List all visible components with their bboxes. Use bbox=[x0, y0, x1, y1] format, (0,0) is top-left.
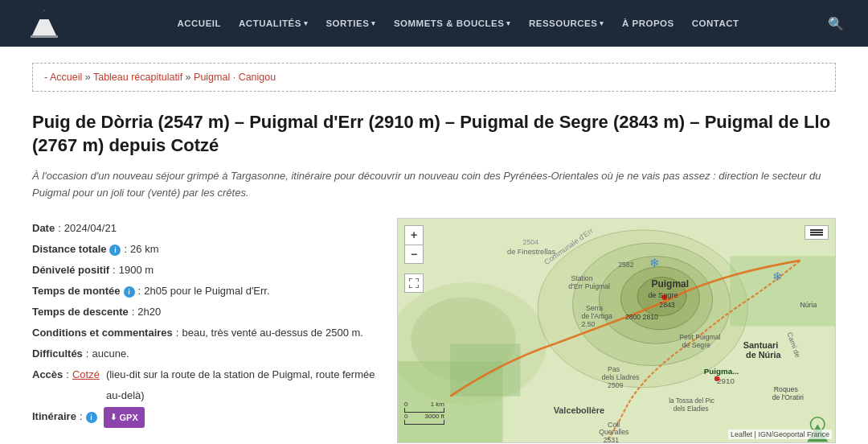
svg-text:Núria: Núria bbox=[800, 300, 817, 308]
article-intro: À l'occasion d'un nouveau séjour grimpé … bbox=[32, 168, 836, 202]
svg-text:Valcebollère: Valcebollère bbox=[554, 405, 604, 415]
main-content: - Accueil » Tableau récapitulatif » Puig… bbox=[8, 47, 860, 444]
gpx-button[interactable]: ⬇ GPX bbox=[104, 407, 145, 428]
svg-text:2504: 2504 bbox=[523, 238, 538, 246]
svg-rect-18 bbox=[730, 256, 835, 326]
scale-ft: 3000 ft bbox=[425, 413, 444, 420]
search-icon[interactable]: 🔍 bbox=[828, 16, 844, 31]
scale-zero-ft: 0 bbox=[404, 413, 407, 420]
acces-value: (lieu-dit sur la route de la station de … bbox=[106, 364, 378, 406]
detail-descente: Temps de descente : 2h20 bbox=[32, 302, 378, 323]
denivele-value: 1900 m bbox=[119, 260, 154, 281]
scale-line-ft bbox=[404, 420, 444, 425]
svg-text:2.50: 2.50 bbox=[581, 319, 595, 327]
svg-text:2582: 2582 bbox=[618, 260, 633, 268]
montee-info-icon[interactable]: i bbox=[124, 286, 135, 298]
distance-value: 26 km bbox=[130, 239, 158, 260]
breadcrumb-accueil[interactable]: Accueil bbox=[50, 72, 82, 83]
details-panel: Date : 2024/04/21 Distance totale i : 26… bbox=[32, 218, 378, 443]
map-attribution: Leaflet | IGN/Geoportal France bbox=[728, 430, 832, 439]
conditions-value: beau, très venté au-dessus de 2500 m. bbox=[182, 323, 362, 343]
montee-label: Temps de montée bbox=[32, 281, 121, 302]
scale-km: 1 km bbox=[431, 401, 444, 408]
nav-item-sorties[interactable]: SORTIES bbox=[319, 15, 382, 31]
gpx-icon: ⬇ bbox=[110, 409, 117, 426]
navbar: ACCUEIL ACTUALITÉS SORTIES SOMMETS & BOU… bbox=[0, 0, 868, 47]
topo-map-svg: Valcebollère Puigmal de Segre 2843 2800 … bbox=[398, 219, 835, 442]
detail-denivele: Dénivelé positif : 1900 m bbox=[32, 260, 378, 281]
nav-menu: ACCUEIL ACTUALITÉS SORTIES SOMMETS & BOU… bbox=[96, 15, 820, 31]
svg-text:Puigmal: Puigmal bbox=[652, 278, 690, 289]
svg-text:Serra: Serra bbox=[586, 304, 603, 312]
itineraire-label: Itinéraire bbox=[32, 406, 76, 427]
svg-text:Station: Station bbox=[571, 274, 592, 282]
breadcrumb-tableau[interactable]: Tableau récapitulatif bbox=[93, 72, 182, 83]
svg-text:dels Eladies: dels Eladies bbox=[674, 405, 709, 413]
distance-info-icon[interactable]: i bbox=[109, 245, 121, 256]
montee-value: 2h05 pour le Puigmal d'Err. bbox=[144, 281, 269, 302]
nav-item-apropos[interactable]: À PROPOS bbox=[616, 15, 681, 31]
difficultes-value: aucune. bbox=[92, 343, 129, 364]
difficultes-label: Difficultés bbox=[32, 343, 83, 364]
map-zoom-controls: + − bbox=[404, 225, 424, 264]
svg-text:Pas: Pas bbox=[608, 365, 620, 373]
svg-marker-1 bbox=[39, 10, 50, 19]
svg-text:❄: ❄ bbox=[649, 255, 660, 269]
svg-text:la Tossa del Pic: la Tossa del Pic bbox=[669, 397, 714, 405]
svg-text:Santuari: Santuari bbox=[743, 340, 779, 350]
nav-item-accueil[interactable]: ACCUEIL bbox=[170, 15, 227, 31]
svg-point-40 bbox=[714, 376, 720, 381]
distance-label: Distance totale bbox=[32, 239, 106, 260]
svg-text:Coll: Coll bbox=[608, 420, 620, 428]
svg-text:2509: 2509 bbox=[608, 381, 623, 389]
svg-text:2531: 2531 bbox=[604, 436, 619, 442]
detail-acces: Accès : Cotzé (lieu-dit sur la route de … bbox=[32, 364, 378, 406]
svg-text:d'Err Puigmal: d'Err Puigmal bbox=[568, 282, 610, 290]
svg-text:de Núria: de Núria bbox=[746, 350, 781, 360]
zoom-out-button[interactable]: − bbox=[404, 245, 424, 264]
svg-text:Petit Puigmal: Petit Puigmal bbox=[679, 333, 720, 341]
svg-text:2800 2810: 2800 2810 bbox=[625, 313, 658, 321]
acces-link[interactable]: Cotzé bbox=[72, 364, 100, 385]
fullscreen-icon bbox=[409, 278, 419, 288]
detail-conditions: Conditions et commentaires : beau, très … bbox=[32, 323, 378, 343]
breadcrumb: - Accueil » Tableau récapitulatif » Puig… bbox=[32, 63, 836, 92]
fullscreen-button[interactable] bbox=[404, 273, 424, 293]
conditions-label: Conditions et commentaires bbox=[32, 323, 173, 343]
breadcrumb-prefix: - bbox=[44, 72, 50, 83]
svg-text:de Segre: de Segre bbox=[682, 340, 710, 348]
detail-date: Date : 2024/04/21 bbox=[32, 218, 378, 239]
zoom-in-button[interactable]: + bbox=[404, 225, 424, 245]
nav-item-actualites[interactable]: ACTUALITÉS bbox=[232, 15, 314, 31]
svg-text:2910: 2910 bbox=[717, 376, 735, 385]
nav-item-ressources[interactable]: RESSOURCES bbox=[522, 15, 611, 31]
date-label: Date bbox=[32, 218, 55, 239]
gpx-label: GPX bbox=[120, 409, 138, 426]
breadcrumb-puigmal[interactable]: Puigmal · Canigou bbox=[194, 72, 276, 83]
svg-text:Queralles: Queralles bbox=[599, 428, 629, 436]
svg-text:Puigma...: Puigma... bbox=[704, 367, 739, 376]
map-scale: 0 1 km 0 3000 ft bbox=[404, 401, 444, 425]
itineraire-info-icon[interactable]: i bbox=[86, 412, 97, 423]
nav-item-sommets[interactable]: SOMMETS & BOUCLES bbox=[387, 15, 518, 31]
descente-label: Temps de descente bbox=[32, 302, 129, 323]
svg-text:Roques: Roques bbox=[774, 385, 799, 393]
svg-text:❄: ❄ bbox=[772, 269, 783, 283]
svg-text:de l'Artiga: de l'Artiga bbox=[581, 312, 612, 320]
scale-zero: 0 bbox=[404, 401, 407, 408]
svg-rect-2 bbox=[31, 35, 58, 38]
map-container: Valcebollère Puigmal de Segre 2843 2800 … bbox=[397, 218, 836, 443]
svg-text:de l'Oratiri: de l'Oratiri bbox=[772, 393, 804, 401]
svg-text:2843: 2843 bbox=[659, 300, 674, 308]
svg-text:dels Lladres: dels Lladres bbox=[602, 373, 641, 381]
svg-point-39 bbox=[662, 294, 668, 300]
date-value: 2024/04/21 bbox=[64, 218, 117, 239]
nav-item-contact[interactable]: CONTACT bbox=[686, 15, 746, 31]
article-title: Puig de Dòrria (2547 m) – Puigmal d'Err … bbox=[32, 111, 836, 157]
site-logo[interactable] bbox=[24, 6, 64, 40]
detail-distance: Distance totale i : 26 km bbox=[32, 239, 378, 260]
layers-button[interactable] bbox=[805, 225, 829, 240]
detail-itineraire: Itinéraire : i ⬇ GPX bbox=[32, 406, 378, 428]
acces-label: Accès bbox=[32, 364, 63, 385]
descente-value: 2h20 bbox=[137, 302, 161, 323]
